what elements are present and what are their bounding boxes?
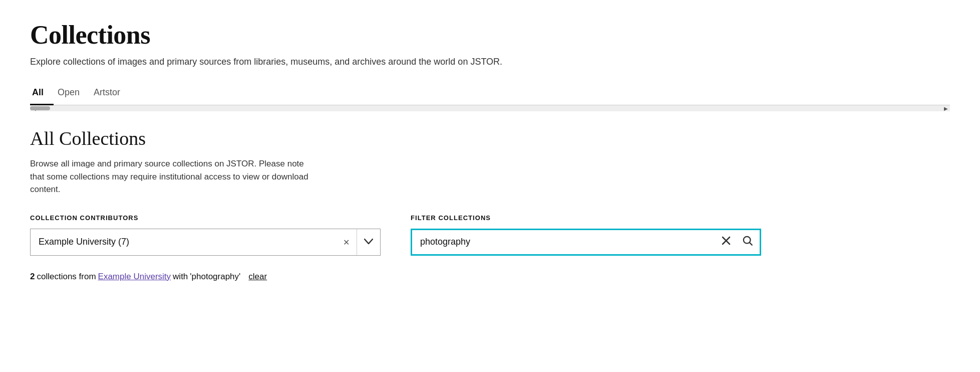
page-subtitle: Explore collections of images and primar… bbox=[30, 57, 950, 67]
contributor-clear-icon bbox=[343, 236, 350, 248]
search-icon bbox=[743, 236, 753, 248]
filters-row: COLLECTION CONTRIBUTORS Example Universi… bbox=[30, 214, 950, 256]
search-filter-group: FILTER COLLECTIONS bbox=[411, 214, 950, 256]
contributor-select-wrapper: Example University (7) bbox=[30, 229, 381, 256]
section-description: Browse all image and primary source coll… bbox=[30, 157, 310, 196]
contributor-filter-label: COLLECTION CONTRIBUTORS bbox=[30, 214, 381, 222]
horizontal-scrollbar[interactable]: ◀ ▶ bbox=[30, 105, 950, 111]
filter-search-input[interactable] bbox=[412, 237, 717, 247]
filter-clear-button[interactable] bbox=[717, 230, 736, 254]
page-container: Collections Explore collections of image… bbox=[0, 0, 980, 302]
tab-open[interactable]: Open bbox=[54, 83, 90, 105]
section-title: All Collections bbox=[30, 127, 950, 149]
contributor-filter-group: COLLECTION CONTRIBUTORS Example Universi… bbox=[30, 214, 381, 256]
contributor-select-value: Example University (7) bbox=[31, 237, 336, 247]
results-text-before: collections from bbox=[37, 272, 96, 282]
results-text-middle: with bbox=[173, 272, 188, 282]
tab-all[interactable]: All bbox=[30, 83, 54, 105]
page-title: Collections bbox=[30, 20, 950, 50]
filter-search-button[interactable] bbox=[736, 230, 760, 254]
results-query-text: 'photography' bbox=[190, 272, 240, 282]
search-filter-label: FILTER COLLECTIONS bbox=[411, 214, 950, 222]
contributor-dropdown-button[interactable] bbox=[357, 229, 380, 255]
tab-artstor[interactable]: Artstor bbox=[90, 83, 130, 105]
filter-clear-icon bbox=[722, 236, 731, 248]
chevron-down-icon bbox=[364, 238, 373, 247]
tabs-container: All Open Artstor bbox=[30, 83, 950, 105]
results-summary: 2 collections from Example University wi… bbox=[30, 272, 950, 282]
results-clear-link[interactable]: clear bbox=[248, 272, 267, 282]
results-count: 2 bbox=[30, 272, 35, 282]
contributor-clear-button[interactable] bbox=[336, 229, 357, 255]
results-institution-link[interactable]: Example University bbox=[98, 272, 171, 282]
filter-search-wrapper bbox=[411, 229, 761, 256]
scroll-right-arrow[interactable]: ▶ bbox=[943, 105, 949, 111]
scroll-thumb[interactable] bbox=[30, 106, 50, 110]
